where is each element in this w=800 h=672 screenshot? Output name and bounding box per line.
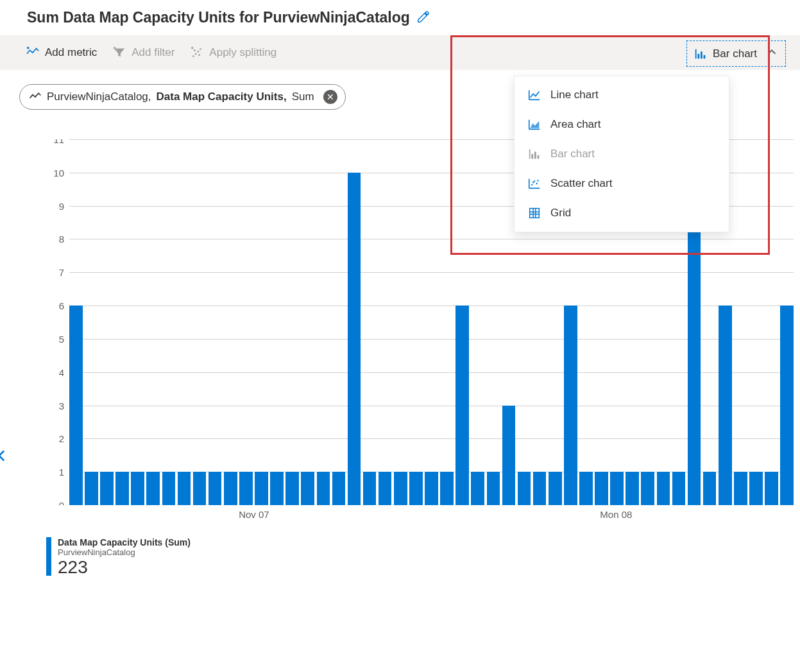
chart-bar[interactable] [131, 472, 144, 505]
apply-splitting-label: Apply splitting [209, 46, 277, 59]
chart-bar[interactable] [193, 472, 207, 505]
chart-bar[interactable] [719, 306, 732, 505]
chart-bar[interactable] [69, 306, 83, 505]
chart-bar[interactable] [332, 472, 346, 505]
dropdown-item-label: Scatter chart [550, 177, 612, 190]
svg-rect-17 [530, 209, 540, 218]
add-filter-button[interactable]: Add filter [112, 46, 174, 60]
chart-bar[interactable] [409, 472, 423, 505]
chart-bar[interactable] [703, 472, 717, 505]
remove-metric-icon[interactable]: ✕ [323, 90, 337, 104]
legend-sum-value: 223 [58, 558, 191, 576]
chart-bar[interactable] [533, 472, 547, 505]
svg-point-13 [534, 180, 535, 182]
chart-bar[interactable] [317, 472, 330, 505]
page-title: Sum Data Map Capacity Units for PurviewN… [27, 9, 410, 26]
chart-bar[interactable] [379, 472, 392, 505]
chart-bar[interactable] [765, 472, 778, 505]
x-axis-tick: Nov 07 [239, 509, 269, 520]
apply-splitting-button[interactable]: Apply splitting [190, 46, 277, 60]
svg-rect-8 [704, 55, 706, 58]
svg-point-5 [199, 54, 201, 56]
chart-bar[interactable] [641, 472, 654, 505]
line-chart-icon [527, 88, 541, 102]
chart-bar[interactable] [285, 472, 299, 505]
chart-toolbar: Add metric Add filter Apply splitting Ba… [0, 35, 800, 70]
chart-bar[interactable] [518, 472, 531, 505]
chart-bar[interactable] [425, 472, 438, 505]
chart-legend: Data Map Capacity Units (Sum) PurviewNin… [0, 524, 800, 576]
dropdown-item-area-chart[interactable]: Area chart [515, 110, 729, 139]
chart-bar[interactable] [363, 472, 377, 505]
chart-bar[interactable] [100, 472, 114, 505]
chart-bar[interactable] [178, 472, 191, 505]
metric-pill[interactable]: PurviewNinjaCatalog, Data Map Capacity U… [19, 84, 346, 110]
chart-bar[interactable] [564, 306, 577, 505]
dropdown-item-label: Bar chart [550, 148, 595, 160]
chart-bar[interactable] [162, 472, 176, 505]
dropdown-item-bar-chart[interactable]: Bar chart [515, 139, 729, 169]
chart-bar[interactable] [471, 472, 484, 505]
chart-bar[interactable] [549, 472, 562, 505]
svg-point-0 [192, 55, 194, 57]
svg-point-2 [198, 51, 200, 53]
chart-bar[interactable] [239, 472, 253, 505]
svg-point-12 [531, 184, 532, 185]
chart-bar[interactable] [595, 472, 608, 505]
chart-bar[interactable] [209, 472, 222, 505]
dropdown-item-scatter-chart[interactable]: Scatter chart [515, 169, 729, 198]
chart-bar[interactable] [394, 472, 407, 505]
dropdown-item-grid[interactable]: Grid [515, 198, 729, 228]
chart-bar[interactable] [146, 472, 160, 505]
chart-bar[interactable] [224, 472, 237, 505]
chart-bar[interactable] [487, 472, 500, 505]
chart-type-label: Bar chart [713, 47, 757, 60]
chart-bar[interactable] [734, 472, 747, 505]
chart-bar[interactable] [688, 206, 701, 505]
chart-type-dropdown-trigger[interactable]: Bar chart [686, 40, 786, 67]
dropdown-item-line-chart[interactable]: Line chart [515, 80, 729, 110]
x-axis-tick: Mon 08 [600, 509, 632, 520]
svg-rect-6 [697, 54, 699, 58]
chart-bar[interactable] [85, 472, 98, 505]
chart-bar[interactable] [780, 306, 794, 505]
chart-type-dropdown: Line chart Area chart Bar chart Scatter … [514, 76, 729, 232]
svg-rect-10 [534, 151, 536, 159]
grid-icon [527, 206, 541, 220]
svg-point-1 [195, 53, 197, 55]
svg-rect-9 [531, 154, 533, 159]
chart-bar[interactable] [672, 472, 686, 505]
chart-bar[interactable] [579, 472, 593, 505]
svg-point-14 [536, 183, 537, 184]
add-filter-label: Add filter [132, 46, 174, 59]
chart-bar[interactable] [502, 406, 516, 505]
legend-resource-name: PurviewNinjaCatalog [58, 547, 191, 557]
chart-bar[interactable] [115, 472, 129, 505]
chart-bar[interactable] [270, 472, 284, 505]
svg-rect-7 [701, 51, 702, 58]
chart-bar[interactable] [348, 173, 361, 505]
edit-title-icon[interactable] [416, 10, 430, 26]
legend-color-swatch [46, 537, 51, 576]
dropdown-item-label: Area chart [550, 118, 600, 131]
dropdown-item-label: Grid [550, 207, 571, 220]
area-chart-icon [527, 117, 541, 132]
scatter-chart-icon [527, 177, 541, 191]
svg-point-15 [532, 182, 534, 183]
chart-bar[interactable] [440, 472, 454, 505]
chart-bar[interactable] [749, 472, 763, 505]
svg-point-4 [194, 49, 196, 51]
chevron-left-icon[interactable] [0, 447, 10, 467]
metric-pill-aggregation: Sum [292, 90, 314, 103]
chart-bar[interactable] [301, 472, 314, 505]
chart-bar[interactable] [255, 472, 268, 505]
chart-bar[interactable] [626, 472, 639, 505]
chart-bar[interactable] [455, 306, 469, 505]
chart-bar[interactable] [610, 472, 624, 505]
chart-bar[interactable] [657, 472, 670, 505]
add-metric-button[interactable]: Add metric [26, 46, 97, 60]
svg-point-16 [537, 180, 538, 181]
add-metric-label: Add metric [45, 46, 97, 59]
legend-metric-name: Data Map Capacity Units (Sum) [58, 537, 191, 547]
metric-pill-metric: Data Map Capacity Units, [157, 90, 287, 103]
